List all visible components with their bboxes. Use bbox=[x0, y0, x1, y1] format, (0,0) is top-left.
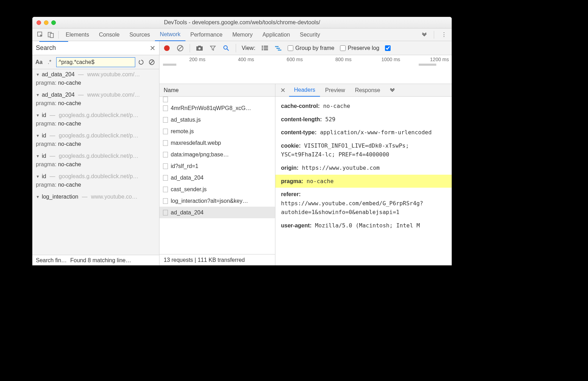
table-row[interactable]: log_interaction?alt=json&key… bbox=[159, 195, 275, 207]
search-result-file[interactable]: ▼id—googleads.g.doubleclick.net/p… bbox=[32, 110, 159, 119]
search-result-file[interactable]: ▼id—googleads.g.doubleclick.net/p… bbox=[32, 151, 159, 160]
detail-tab-headers[interactable]: Headers bbox=[289, 84, 320, 97]
search-result-match[interactable]: pragma: no-cache bbox=[32, 78, 159, 90]
large-rows-icon[interactable] bbox=[261, 44, 269, 52]
headers-panel[interactable]: cache-control: no-cachecontent-length: 5… bbox=[275, 97, 452, 265]
more-detail-tabs-icon[interactable] bbox=[389, 88, 396, 92]
search-result-match[interactable]: pragma: no-cache bbox=[32, 99, 159, 110]
search-result-file[interactable]: ▼ad_data_204—www.youtube.com/… bbox=[32, 69, 159, 78]
network-toolbar: View: Group by frame Preserve log bbox=[159, 41, 452, 55]
header-row[interactable]: cookie: VISITOR_INFO1_LIVE=dDk0-xTswPs; … bbox=[275, 139, 452, 161]
svg-rect-12 bbox=[262, 46, 263, 47]
tab-sources[interactable]: Sources bbox=[124, 28, 155, 41]
clear-icon[interactable] bbox=[176, 44, 184, 52]
file-icon bbox=[163, 140, 168, 146]
waterfall-icon[interactable] bbox=[274, 44, 282, 52]
group-by-frame-checkbox[interactable]: Group by frame bbox=[288, 45, 334, 51]
chevron-down-icon: ▼ bbox=[36, 154, 40, 158]
chevron-down-icon: ▼ bbox=[36, 113, 40, 117]
device-toolbar-icon[interactable] bbox=[46, 30, 56, 40]
settings-kebab-icon[interactable]: ⋮ bbox=[436, 31, 452, 38]
timeline-tick: 400 ms bbox=[208, 55, 257, 84]
minimize-window-button[interactable] bbox=[44, 20, 48, 25]
search-network-icon[interactable] bbox=[222, 44, 230, 52]
chevron-down-icon: ▼ bbox=[36, 93, 40, 97]
regex-icon[interactable]: .* bbox=[46, 59, 53, 65]
svg-rect-16 bbox=[262, 49, 263, 50]
table-row[interactable]: data:image/png;base… bbox=[159, 149, 275, 160]
match-case-icon[interactable]: Aa bbox=[35, 59, 43, 65]
search-result-file[interactable]: ▼id—googleads.g.doubleclick.net/p… bbox=[32, 171, 159, 180]
chevron-down-icon: ▼ bbox=[36, 134, 40, 138]
record-icon[interactable] bbox=[163, 44, 171, 52]
table-row[interactable]: cast_sender.js bbox=[159, 183, 275, 195]
search-result-match[interactable]: pragma: no-cache bbox=[32, 160, 159, 171]
table-row[interactable]: ad_data_204 bbox=[159, 172, 275, 183]
window-title: DevTools - developers.google.com/web/too… bbox=[32, 19, 452, 26]
table-row[interactable]: ad_status.js bbox=[159, 114, 275, 125]
tab-application[interactable]: Application bbox=[257, 28, 295, 41]
preserve-log-checkbox[interactable]: Preserve log bbox=[340, 45, 379, 51]
search-result-file[interactable]: ▼id—googleads.g.doubleclick.net/p… bbox=[32, 130, 159, 140]
header-row[interactable]: cache-control: no-cache bbox=[275, 99, 452, 113]
header-row[interactable]: pragma: no-cache bbox=[275, 175, 452, 188]
tab-memory[interactable]: Memory bbox=[227, 28, 257, 41]
file-icon bbox=[163, 129, 168, 134]
tab-security[interactable]: Security bbox=[295, 28, 325, 41]
file-icon bbox=[163, 210, 168, 215]
close-search-icon[interactable]: ✕ bbox=[150, 44, 156, 52]
svg-rect-18 bbox=[275, 46, 279, 47]
detail-tab-preview[interactable]: Preview bbox=[320, 84, 350, 97]
inspect-element-icon[interactable] bbox=[35, 30, 46, 40]
svg-rect-2 bbox=[50, 33, 53, 38]
table-row[interactable]: maxresdefault.webp bbox=[159, 137, 275, 149]
tab-console[interactable]: Console bbox=[94, 28, 125, 41]
tab-performance[interactable]: Performance bbox=[185, 28, 228, 41]
traffic-lights bbox=[37, 20, 56, 25]
timeline-tick: 200 ms bbox=[159, 55, 208, 84]
timeline-tick: 800 ms bbox=[306, 55, 354, 84]
zoom-window-button[interactable] bbox=[51, 20, 56, 25]
table-row[interactable]: remote.js bbox=[159, 125, 275, 137]
request-list-header[interactable]: Name bbox=[159, 84, 275, 97]
timeline-tick: 1200 ms bbox=[403, 55, 452, 84]
detail-tab-response[interactable]: Response bbox=[350, 84, 385, 97]
file-icon bbox=[163, 198, 168, 204]
refresh-search-icon[interactable] bbox=[138, 59, 146, 65]
table-row[interactable]: 4mrRnEPnWo81qWPG8_xcG… bbox=[159, 102, 275, 114]
file-icon bbox=[163, 105, 168, 111]
header-row[interactable]: referer: https://www.youtube.com/embed/G… bbox=[275, 188, 452, 219]
search-status-right: Found 8 matching line… bbox=[70, 257, 131, 264]
close-window-button[interactable] bbox=[37, 20, 41, 25]
chevron-down-icon: ▼ bbox=[36, 195, 40, 199]
search-result-file[interactable]: ▼log_interaction—www.youtube.co… bbox=[32, 192, 159, 201]
filter-icon[interactable] bbox=[209, 44, 217, 52]
search-result-file[interactable]: ▼ad_data_204—www.youtube.com/… bbox=[32, 90, 159, 99]
svg-rect-8 bbox=[198, 46, 201, 47]
file-icon bbox=[163, 97, 168, 102]
tab-elements[interactable]: Elements bbox=[61, 28, 94, 41]
more-tabs-icon[interactable] bbox=[417, 33, 432, 37]
search-result-match[interactable]: pragma: no-cache bbox=[32, 119, 159, 130]
header-row[interactable]: content-length: 529 bbox=[275, 113, 452, 126]
file-icon bbox=[163, 163, 168, 169]
request-summary: 13 requests | 111 KB transferred bbox=[159, 254, 275, 265]
search-result-match[interactable]: pragma: no-cache bbox=[32, 140, 159, 151]
header-row[interactable]: user-agent: Mozilla/5.0 (Macintosh; Inte… bbox=[275, 219, 452, 232]
table-row[interactable]: ⁠ bbox=[159, 97, 275, 102]
table-row[interactable]: id?slf_rd=1 bbox=[159, 160, 275, 172]
search-result-match[interactable]: pragma: no-cache bbox=[32, 180, 159, 192]
header-row[interactable]: origin: https://www.youtube.com bbox=[275, 161, 452, 175]
header-row[interactable]: content-type: application/x-www-form-url… bbox=[275, 126, 452, 139]
timeline-overview[interactable]: 200 ms400 ms600 ms800 ms1000 ms1200 ms bbox=[159, 55, 452, 84]
network-body: Name ⁠ 4mrRnEPnWo81qWPG8_xcG…ad_status.j… bbox=[159, 84, 452, 265]
disable-cache-checkbox[interactable] bbox=[385, 45, 391, 51]
clear-search-icon[interactable] bbox=[149, 59, 156, 65]
capture-screenshots-icon[interactable] bbox=[196, 44, 203, 52]
table-row[interactable]: ad_data_204 bbox=[159, 207, 275, 218]
close-detail-icon[interactable]: ✕ bbox=[277, 86, 289, 94]
file-icon bbox=[163, 187, 168, 192]
tab-network[interactable]: Network bbox=[155, 28, 185, 41]
search-input[interactable] bbox=[56, 57, 135, 67]
network-pane: View: Group by frame Preserve log 200 ms… bbox=[159, 41, 452, 265]
